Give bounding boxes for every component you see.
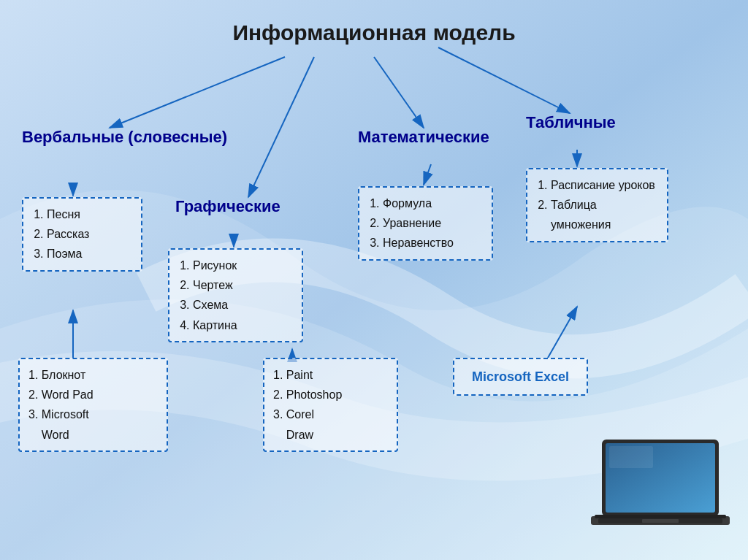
verbal-sw-3b: Word [28, 425, 158, 445]
svg-rect-21 [595, 515, 726, 518]
laptop-image [587, 436, 733, 545]
math-examples-box: Формула Уравнение Неравенство [358, 186, 493, 261]
svg-rect-20 [642, 519, 679, 523]
table-example-1: Расписание уроков [551, 175, 658, 195]
category-math: Математические [358, 128, 489, 147]
verbal-example-3: Поэма [47, 244, 132, 264]
category-verbal: Вербальные (словесные) [22, 128, 227, 147]
verbal-sw-3: 3. Microsoft [28, 404, 158, 424]
graphic-sw-3: 3. Corel [273, 404, 388, 424]
graphic-examples-box: Рисунок Чертеж Схема Картина [168, 248, 303, 342]
page-title: Информационная модель [0, 20, 748, 45]
graphic-example-4: Картина [193, 315, 293, 335]
verbal-sw-1: 1. Блокнот [28, 365, 158, 385]
graphic-software-box: 1. Paint 2. Photoshop 3. Corel Draw [263, 358, 398, 452]
graphic-sw-1: 1. Paint [273, 365, 388, 385]
verbal-sw-2: 2. Word Pad [28, 385, 158, 404]
graphic-example-1: Рисунок [193, 256, 293, 275]
verbal-examples-box: Песня Рассказ Поэма [22, 197, 142, 272]
graphic-sw-2: 2. Photoshop [273, 385, 388, 404]
table-examples-box: Расписание уроков Таблица умножения [526, 168, 668, 242]
math-example-1: Формула [383, 193, 483, 213]
svg-rect-17 [609, 446, 653, 468]
category-table: Табличные [526, 113, 616, 132]
verbal-software-box: 1. Блокнот 2. Word Pad 3. Microsoft Word [18, 358, 168, 452]
category-graphic: Графические [175, 197, 280, 216]
graphic-sw-3b: Draw [273, 425, 388, 445]
excel-box: Microsoft Excel [453, 358, 588, 396]
graphic-example-2: Чертеж [193, 275, 293, 295]
table-example-2: Таблица умножения [551, 195, 658, 234]
verbal-example-2: Рассказ [47, 224, 132, 244]
math-example-3: Неравенство [383, 233, 483, 253]
verbal-example-1: Песня [47, 204, 132, 224]
graphic-example-3: Схема [193, 295, 293, 315]
math-example-2: Уравнение [383, 213, 483, 233]
